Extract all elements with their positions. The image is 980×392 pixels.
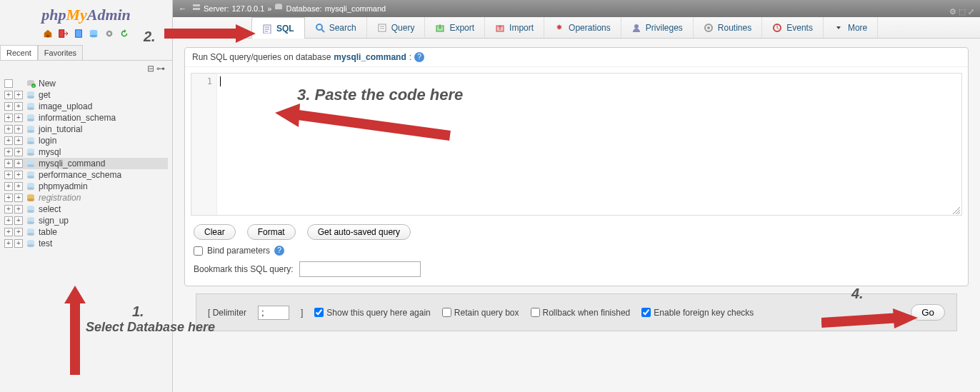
home-icon[interactable] (43, 29, 53, 39)
tree-item-db[interactable]: ++get (4, 89, 168, 101)
svg-rect-60 (379, 24, 386, 31)
tree-item-db[interactable]: ++table (4, 226, 168, 238)
bookmark-row: Bookmark this SQL query: (185, 261, 968, 286)
database-tree: + New ++get++image_upload++information_s… (0, 76, 172, 251)
expand-icon[interactable]: + (4, 114, 13, 122)
bookmark-input[interactable] (299, 261, 421, 277)
sql-icon[interactable] (89, 29, 99, 39)
tree-item-db[interactable]: ++login (4, 135, 168, 146)
format-button[interactable]: Format (247, 224, 296, 240)
svg-point-32 (27, 164, 34, 167)
query-title-db[interactable]: mysqli_command (334, 52, 406, 62)
tab-search[interactable]: Search (305, 17, 367, 38)
expand-icon[interactable]: + (4, 171, 13, 179)
expand-icon-2[interactable]: + (14, 125, 23, 134)
link-icon[interactable]: ⊶ (156, 64, 165, 74)
tab-export[interactable]: Export (425, 17, 485, 38)
help-icon[interactable]: ? (414, 52, 424, 62)
tree-item-db[interactable]: ++mysqli_command (4, 158, 168, 169)
expand-icon[interactable]: + (4, 228, 13, 236)
expand-icon[interactable]: + (4, 205, 13, 213)
expand-icon[interactable]: + (4, 239, 13, 248)
tab-privileges[interactable]: Privileges (621, 17, 694, 38)
expand-icon[interactable]: + (4, 159, 13, 168)
query-icon (377, 23, 387, 33)
expand-icon-2[interactable]: + (14, 159, 23, 168)
expand-icon-2[interactable]: + (14, 228, 23, 236)
expand-icon-2[interactable]: + (14, 194, 23, 202)
sidebar-tab-favorites[interactable]: Favorites (38, 45, 83, 60)
reload-icon[interactable] (119, 29, 129, 39)
expand-icon-2[interactable]: + (14, 171, 23, 179)
logout-icon[interactable] (58, 29, 68, 39)
autosaved-button[interactable]: Get auto-saved query (307, 224, 411, 240)
tab-events[interactable]: Events (762, 17, 824, 38)
database-icon (26, 205, 36, 213)
sidebar-tab-recent[interactable]: Recent (0, 45, 38, 60)
expand-icon-2[interactable]: + (14, 205, 23, 213)
bind-parameters-checkbox[interactable] (194, 246, 203, 256)
svg-point-14 (27, 96, 34, 99)
tree-item-db[interactable]: ++select (4, 203, 168, 215)
tree-item-db[interactable]: ++performance_schema (4, 169, 168, 181)
expand-icon-2[interactable]: + (14, 216, 23, 225)
db-value[interactable]: mysqli_command (325, 0, 386, 17)
tab-operations[interactable]: Operations (544, 17, 621, 38)
rollback-label: Rollback when finished (543, 308, 631, 318)
svg-point-44 (27, 210, 34, 213)
bind-help-icon[interactable]: ? (274, 246, 284, 256)
expand-icon[interactable]: + (4, 136, 13, 145)
tree-item-db[interactable]: ++image_upload (4, 101, 168, 112)
tree-item-db[interactable]: ++join_tutorial (4, 124, 168, 135)
editor-button-row: Clear Format Get auto-saved query (185, 221, 968, 246)
server-value[interactable]: 127.0.0.1 (231, 0, 264, 17)
expand-icon[interactable]: + (4, 148, 13, 156)
tree-item-db[interactable]: ++test (4, 238, 168, 249)
fk-checkbox[interactable] (641, 308, 651, 317)
svg-rect-55 (193, 8, 200, 10)
clear-button[interactable]: Clear (194, 224, 236, 240)
logo-admin: Admin (87, 6, 131, 24)
tree-item-db[interactable]: ++sign_up (4, 215, 168, 226)
tree-item-label: image_upload (39, 101, 92, 111)
expand-icon-2[interactable]: + (14, 182, 23, 191)
tab-routines[interactable]: Routines (694, 17, 762, 38)
go-button[interactable]: Go (911, 304, 945, 321)
tab-sql[interactable]: SQL (251, 17, 305, 39)
tree-item-db[interactable]: ++registration (4, 192, 168, 203)
docs-icon[interactable] (74, 29, 84, 39)
tree-item-db[interactable]: ++phpmyadmin (4, 181, 168, 192)
expand-icon[interactable]: + (4, 102, 13, 111)
back-arrow-icon[interactable]: ← (179, 0, 186, 17)
tab-more[interactable]: More (824, 17, 878, 38)
expand-icon-2[interactable]: + (14, 102, 23, 111)
svg-rect-1 (59, 30, 64, 38)
expand-icon[interactable]: + (4, 182, 13, 191)
expand-icon-2[interactable]: + (14, 239, 23, 248)
tab-import[interactable]: Import (485, 17, 544, 38)
delimiter-input[interactable] (258, 306, 289, 320)
resize-handle-icon[interactable] (953, 206, 960, 213)
sql-editor[interactable]: 1 (191, 73, 962, 216)
collapse-minus-icon[interactable]: ⊟ (147, 64, 154, 74)
expand-icon-2[interactable]: + (14, 91, 23, 99)
tree-item-db[interactable]: ++information_schema (4, 112, 168, 124)
tree-item-db[interactable]: ++mysql (4, 146, 168, 158)
tab-query[interactable]: Query (367, 17, 426, 38)
expand-icon-2[interactable]: + (14, 136, 23, 145)
rollback-checkbox[interactable] (531, 308, 540, 317)
page-settings-icon[interactable]: ⚙ ⬚ ⤢ (949, 3, 974, 20)
svg-point-35 (27, 176, 34, 179)
show-again-checkbox[interactable] (314, 308, 324, 317)
gear-icon[interactable] (104, 29, 114, 39)
expand-icon-2[interactable]: + (14, 148, 23, 156)
expand-icon[interactable]: + (4, 91, 13, 99)
expand-icon[interactable]: + (4, 125, 13, 134)
tree-new[interactable]: + New (4, 78, 168, 89)
expand-icon[interactable]: + (4, 194, 13, 202)
tree-item-label: performance_schema (39, 170, 121, 180)
retain-checkbox[interactable] (442, 308, 451, 317)
editor-textarea[interactable] (217, 74, 961, 215)
expand-icon-2[interactable]: + (14, 114, 23, 122)
expand-icon[interactable]: + (4, 216, 13, 225)
